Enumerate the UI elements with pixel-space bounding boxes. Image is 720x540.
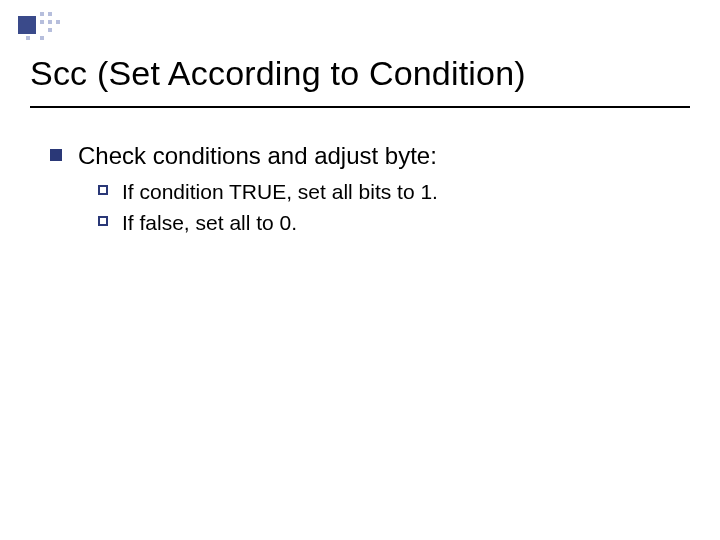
- decor-dot: [40, 20, 44, 24]
- decor-dot: [40, 36, 44, 40]
- bullet-level2-text: If false, set all to 0.: [122, 211, 297, 234]
- slide-title: Scc (Set According to Condition): [30, 54, 690, 93]
- bullet-level2: If condition TRUE, set all bits to 1.: [78, 178, 680, 206]
- bullet-level2: If false, set all to 0.: [78, 209, 680, 237]
- bullet-level1-text: Check conditions and adjust byte:: [78, 142, 437, 169]
- corner-decoration: [18, 10, 80, 40]
- decor-big-square: [18, 16, 36, 34]
- outline-square-bullet-icon: [98, 185, 108, 195]
- slide-body: Check conditions and adjust byte: If con…: [50, 140, 680, 247]
- decor-dot: [26, 36, 30, 40]
- sub-list: If condition TRUE, set all bits to 1. If…: [78, 178, 680, 237]
- decor-dot: [56, 20, 60, 24]
- square-bullet-icon: [50, 149, 62, 161]
- decor-dot: [48, 20, 52, 24]
- slide: Scc (Set According to Condition) Check c…: [0, 0, 720, 540]
- title-underline: [30, 106, 690, 108]
- decor-dot: [48, 12, 52, 16]
- bullet-level2-text: If condition TRUE, set all bits to 1.: [122, 180, 438, 203]
- bullet-level1: Check conditions and adjust byte: If con…: [50, 140, 680, 237]
- decor-dot: [40, 12, 44, 16]
- outline-square-bullet-icon: [98, 216, 108, 226]
- decor-dot: [48, 28, 52, 32]
